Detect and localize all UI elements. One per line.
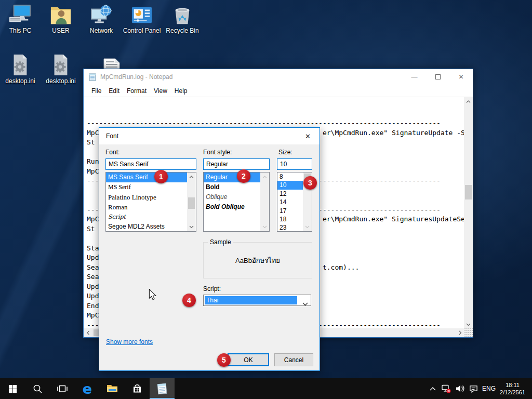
desktop-icon-label: Network [81, 28, 122, 34]
language-indicator[interactable]: ENG [480, 385, 498, 392]
speaker-icon [456, 384, 464, 393]
system-tray: ENG 18:11 2/12/2561 [426, 378, 532, 399]
font-style-list: Regular Bold Oblique Bold Oblique [203, 172, 270, 232]
style-list-item[interactable]: Regular [204, 172, 269, 182]
scroll-down-arrow-icon[interactable] [187, 222, 196, 231]
font-list-scrollbar[interactable] [187, 172, 196, 231]
user-folder-icon [49, 4, 73, 26]
desktop-icon-label: desktop.ini [0, 78, 41, 85]
desktop-icon-desktop-ini-1[interactable]: desktop.ini [0, 54, 41, 85]
scroll-left-arrow-icon[interactable] [84, 328, 92, 337]
font-list-item[interactable]: Roman [106, 202, 196, 212]
vertical-scroll-thumb[interactable] [465, 185, 472, 200]
font-input-value: MS Sans Serif [109, 161, 149, 168]
start-button[interactable] [0, 378, 25, 399]
font-style-list-scrollbar[interactable] [260, 172, 269, 231]
desktop-icon-network[interactable]: Network [81, 4, 122, 34]
this-pc-icon [8, 4, 32, 26]
vertical-scrollbar[interactable] [464, 97, 473, 329]
log-line [87, 99, 464, 109]
scroll-down-arrow-icon [303, 222, 312, 231]
desktop-icon-this-pc[interactable]: This PC [0, 4, 41, 34]
menu-edit[interactable]: Edit [105, 87, 123, 95]
notepad-menu-bar: File Edit Format View Help [84, 85, 473, 97]
file-explorer-icon [107, 384, 118, 393]
style-list-item[interactable]: Bold [204, 182, 269, 192]
ini-file-icon [9, 54, 31, 76]
scroll-right-arrow-icon[interactable] [456, 328, 464, 337]
scroll-up-arrow-icon [260, 172, 269, 181]
minimize-button[interactable]: — [403, 69, 426, 85]
annotation-badge-4: 4 [182, 294, 196, 307]
desktop-icon-control-panel[interactable]: Control Panel [122, 4, 162, 34]
control-panel-icon [130, 4, 154, 26]
annotation-badge-1: 1 [154, 170, 168, 183]
desktop-icon-recycle-bin[interactable]: Recycle Bin [162, 4, 203, 34]
menu-view[interactable]: View [150, 87, 171, 95]
sample-text: AaBbอักษรไทย [204, 243, 312, 278]
desktop-icon-user[interactable]: USER [41, 4, 81, 34]
font-list-item[interactable]: MS Serif [106, 182, 196, 192]
font-dialog-title: Font [106, 132, 296, 140]
desktop-icon-desktop-ini-2[interactable]: desktop.ini [41, 54, 81, 85]
desktop-icon-label: Recycle Bin [162, 28, 203, 34]
menu-format[interactable]: Format [123, 87, 150, 95]
notepad-taskbar-button[interactable] [150, 378, 175, 399]
network-status-button[interactable] [440, 378, 453, 399]
action-center-icon [469, 384, 478, 393]
size-input-value: 10 [280, 161, 287, 168]
maximize-button[interactable] [426, 69, 449, 85]
menu-help[interactable]: Help [171, 87, 191, 95]
action-center-button[interactable] [467, 378, 480, 399]
menu-file[interactable]: File [88, 87, 105, 95]
notepad-app-icon [88, 73, 97, 81]
ini-file-icon [50, 54, 72, 76]
font-style-input[interactable]: Regular [203, 158, 270, 170]
desktop-icon-label: USER [41, 28, 81, 34]
ok-button[interactable]: OK [228, 353, 269, 366]
font-list-scroll-thumb[interactable] [188, 197, 195, 209]
close-button[interactable]: ✕ [449, 69, 473, 85]
minimize-icon: — [411, 73, 418, 81]
file-explorer-button[interactable] [100, 378, 125, 399]
cancel-button[interactable]: Cancel [274, 353, 313, 366]
store-button[interactable] [125, 378, 150, 399]
tray-overflow-button[interactable] [426, 378, 440, 399]
scroll-up-arrow-icon[interactable] [187, 172, 196, 181]
scroll-down-arrow-icon[interactable] [464, 320, 473, 329]
search-button[interactable] [25, 378, 50, 399]
font-list-item[interactable]: Script [106, 212, 196, 222]
font-dialog: Font ✕ Font: MS Sans Serif MS Sans Serif… [99, 127, 320, 371]
task-view-button[interactable] [50, 378, 75, 399]
script-dropdown[interactable]: Thai [203, 295, 311, 306]
scroll-up-arrow-icon[interactable] [464, 97, 473, 106]
dialog-close-button[interactable]: ✕ [296, 128, 320, 144]
script-label: Script: [203, 285, 221, 292]
search-icon [33, 384, 43, 394]
size-label: Size: [278, 149, 292, 156]
edge-button[interactable]: e [75, 378, 100, 399]
notepad-icon [156, 382, 168, 395]
style-list-item[interactable]: Oblique [204, 192, 269, 202]
font-label: Font: [105, 149, 119, 156]
font-style-input-value: Regular [206, 161, 228, 168]
font-dialog-title-bar[interactable]: Font ✕ [99, 128, 320, 144]
show-more-fonts-link[interactable]: Show more fonts [106, 338, 153, 345]
font-list: MS Sans Serif MS Serif Palatino Linotype… [105, 172, 196, 232]
sample-label: Sample [208, 238, 233, 246]
edge-icon: e [83, 382, 92, 396]
clock[interactable]: 18:11 2/12/2561 [498, 381, 532, 396]
font-list-item[interactable]: Palatino Linotype [106, 192, 196, 202]
notepad-title-bar[interactable]: MpCmdRun.log - Notepad — ✕ [84, 69, 473, 85]
font-style-label: Font style: [203, 149, 232, 156]
windows-logo-icon [8, 384, 17, 393]
font-input[interactable]: MS Sans Serif [105, 158, 196, 170]
font-list-item[interactable]: MS Sans Serif [106, 172, 196, 182]
annotation-badge-5: 5 [217, 353, 231, 367]
network-icon [89, 4, 113, 26]
volume-button[interactable] [453, 378, 467, 399]
window-resize-grip[interactable] [464, 328, 473, 337]
size-input[interactable]: 10 [277, 158, 312, 170]
style-list-item[interactable]: Bold Oblique [204, 202, 269, 212]
font-list-item[interactable]: Segoe MDL2 Assets [106, 222, 196, 232]
